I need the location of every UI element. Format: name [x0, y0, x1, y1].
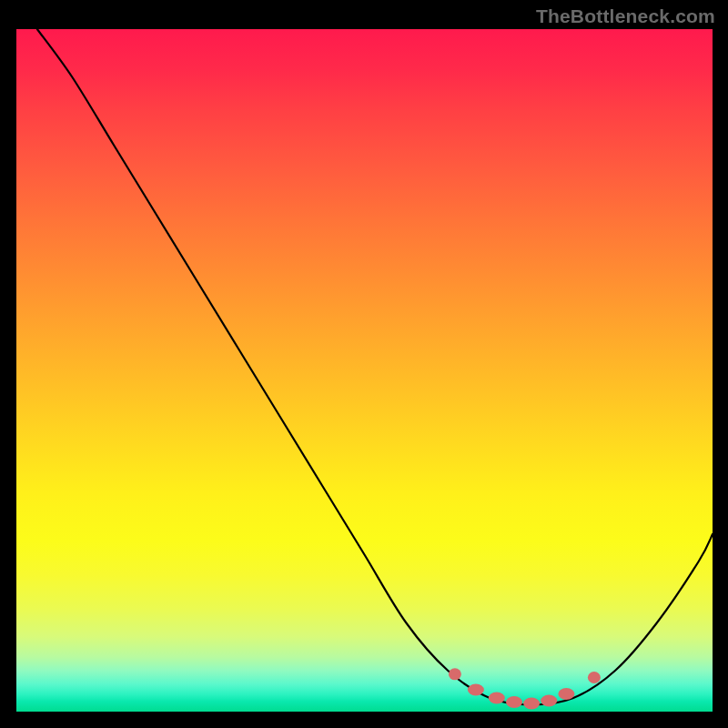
- highlight-dot: [523, 698, 540, 710]
- plot-area: [16, 29, 713, 712]
- highlight-dot: [449, 668, 461, 680]
- bottleneck-curve: [37, 29, 713, 705]
- highlight-dot: [588, 672, 601, 683]
- highlight-dot: [506, 696, 522, 708]
- optimal-range-markers: [449, 668, 601, 709]
- highlight-dot: [558, 688, 574, 700]
- curve-svg: [16, 29, 713, 712]
- attribution-label: TheBottleneck.com: [536, 5, 715, 27]
- highlight-dot: [489, 693, 505, 704]
- chart-container: TheBottleneck.com: [0, 0, 728, 728]
- highlight-dot: [468, 684, 484, 696]
- highlight-dot: [541, 695, 557, 707]
